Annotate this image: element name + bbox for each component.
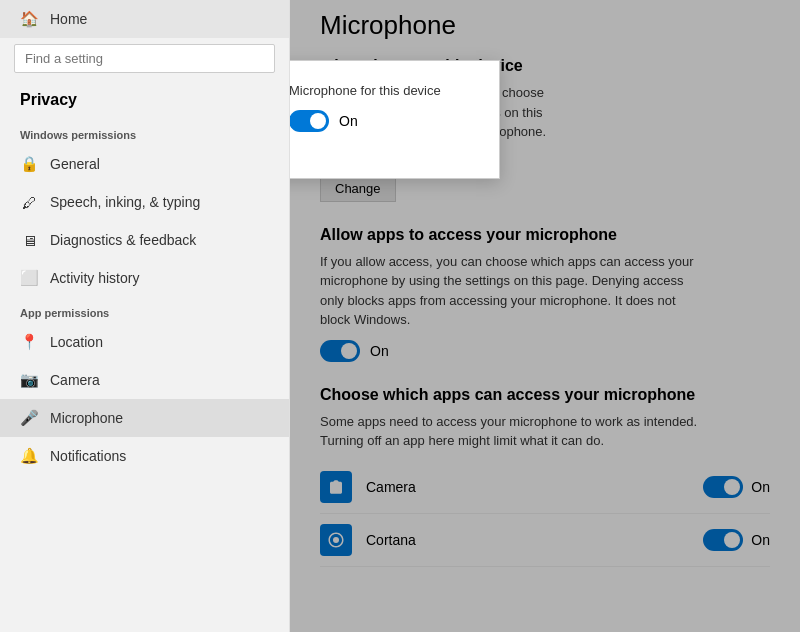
popup-toggle[interactable] (290, 110, 329, 132)
popup-toggle-row: On (290, 110, 471, 132)
home-icon: 🏠 (20, 10, 38, 28)
sidebar-item-location[interactable]: 📍 Location (0, 323, 289, 361)
sidebar-notifications-label: Notifications (50, 448, 126, 464)
popup-dialog: Microphone for this device On (290, 60, 500, 179)
sidebar-item-activity[interactable]: ⬜ Activity history (0, 259, 289, 297)
sidebar-location-label: Location (50, 334, 103, 350)
sidebar-item-microphone[interactable]: 🎤 Microphone (0, 399, 289, 437)
sidebar-microphone-label: Microphone (50, 410, 123, 426)
sidebar-activity-label: Activity history (50, 270, 139, 286)
windows-permissions-label: Windows permissions (0, 119, 289, 145)
search-input[interactable] (14, 44, 275, 73)
popup-toggle-label: On (339, 113, 358, 129)
sidebar-camera-label: Camera (50, 372, 100, 388)
diagnostics-icon: 🖥 (20, 231, 38, 249)
activity-icon: ⬜ (20, 269, 38, 287)
sidebar-item-home[interactable]: 🏠 Home (0, 0, 289, 38)
camera-icon: 📷 (20, 371, 38, 389)
sidebar-item-camera[interactable]: 📷 Camera (0, 361, 289, 399)
notifications-icon: 🔔 (20, 447, 38, 465)
location-icon: 📍 (20, 333, 38, 351)
popup-overlay[interactable]: Microphone for this device On (290, 0, 800, 632)
sidebar-item-notifications[interactable]: 🔔 Notifications (0, 437, 289, 475)
sidebar-home-label: Home (50, 11, 87, 27)
sidebar-general-label: General (50, 156, 100, 172)
microphone-icon: 🎤 (20, 409, 38, 427)
sidebar-speech-label: Speech, inking, & typing (50, 194, 200, 210)
sidebar-item-diagnostics[interactable]: 🖥 Diagnostics & feedback (0, 221, 289, 259)
sidebar-diagnostics-label: Diagnostics & feedback (50, 232, 196, 248)
popup-title: Microphone for this device (290, 83, 471, 98)
sidebar-search-container (14, 44, 275, 73)
lock-icon: 🔒 (20, 155, 38, 173)
sidebar: 🏠 Home Privacy Windows permissions 🔒 Gen… (0, 0, 290, 632)
privacy-section-title: Privacy (0, 83, 289, 119)
speech-icon: 🖊 (20, 193, 38, 211)
main-content: Microphone microphone on this device usi… (290, 0, 800, 632)
sidebar-item-general[interactable]: 🔒 General (0, 145, 289, 183)
app-permissions-label: App permissions (0, 297, 289, 323)
sidebar-item-speech[interactable]: 🖊 Speech, inking, & typing (0, 183, 289, 221)
